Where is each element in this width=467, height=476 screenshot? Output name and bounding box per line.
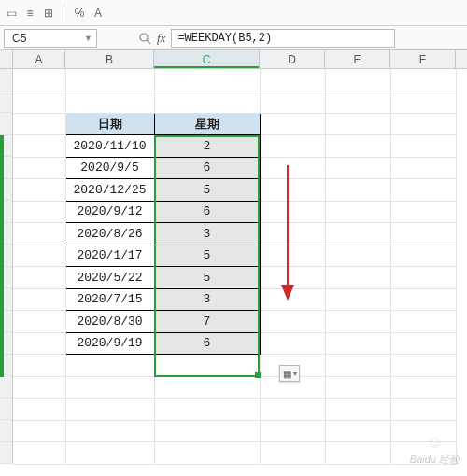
cell[interactable] xyxy=(390,113,456,135)
cell[interactable] xyxy=(154,399,260,421)
cell[interactable] xyxy=(65,420,154,442)
name-box[interactable]: C5 ▼ xyxy=(4,29,97,48)
cell[interactable] xyxy=(260,288,325,311)
cell[interactable] xyxy=(65,69,154,91)
cell[interactable] xyxy=(260,223,325,245)
cell[interactable] xyxy=(390,288,456,311)
cell[interactable] xyxy=(325,267,390,289)
select-all-corner[interactable] xyxy=(0,50,13,68)
table-cell-weekday[interactable]: 6 xyxy=(154,201,260,223)
row-header[interactable] xyxy=(0,420,13,442)
cell[interactable] xyxy=(325,157,390,179)
tb-icon-3[interactable]: ⊞ xyxy=(41,6,56,21)
cell[interactable] xyxy=(154,355,260,377)
cell[interactable] xyxy=(260,420,325,442)
cell[interactable] xyxy=(260,179,325,202)
cell[interactable] xyxy=(13,201,65,223)
cell[interactable] xyxy=(325,355,390,377)
col-header-C[interactable]: C xyxy=(154,50,260,68)
cell[interactable] xyxy=(390,157,456,179)
cell[interactable] xyxy=(13,113,65,135)
cell[interactable] xyxy=(65,442,154,465)
cell[interactable] xyxy=(390,267,456,289)
cell[interactable] xyxy=(154,442,260,465)
table-cell-weekday[interactable]: 2 xyxy=(154,135,260,158)
col-header-F[interactable]: F xyxy=(390,50,456,68)
tb-icon-4[interactable]: % xyxy=(72,6,87,21)
cell[interactable] xyxy=(13,245,65,267)
row-header[interactable] xyxy=(0,113,13,135)
cell[interactable] xyxy=(260,399,325,421)
cell[interactable] xyxy=(325,113,390,135)
cell[interactable] xyxy=(390,223,456,245)
cell[interactable] xyxy=(325,91,390,114)
row-header[interactable] xyxy=(0,442,13,465)
cell[interactable] xyxy=(325,442,390,465)
formula-input[interactable]: =WEEKDAY(B5,2) xyxy=(171,29,395,48)
cell[interactable] xyxy=(390,245,456,267)
cell[interactable] xyxy=(260,91,325,114)
cell[interactable] xyxy=(260,311,325,333)
table-cell-date[interactable]: 2020/9/12 xyxy=(65,201,154,223)
cell[interactable] xyxy=(13,376,65,399)
cell[interactable] xyxy=(325,376,390,399)
cell[interactable] xyxy=(390,442,456,465)
spreadsheet-cells[interactable]: 日期星期2020/11/1022020/9/562020/12/2552020/… xyxy=(13,69,457,465)
table-cell-weekday[interactable]: 5 xyxy=(154,179,260,202)
col-header-E[interactable]: E xyxy=(325,50,390,68)
cell[interactable] xyxy=(13,179,65,202)
cell[interactable] xyxy=(390,201,456,223)
table-cell-date[interactable]: 2020/8/30 xyxy=(65,311,154,333)
cell[interactable] xyxy=(13,332,65,355)
cell[interactable] xyxy=(390,69,456,91)
cell[interactable] xyxy=(13,399,65,421)
cell[interactable] xyxy=(325,135,390,158)
cell[interactable] xyxy=(390,399,456,421)
tb-icon-2[interactable]: ≡ xyxy=(22,6,37,21)
cell[interactable] xyxy=(325,69,390,91)
tb-icon-1[interactable]: ▭ xyxy=(4,6,19,21)
cell[interactable] xyxy=(260,135,325,158)
cell[interactable] xyxy=(65,355,154,377)
table-cell-date[interactable]: 2020/5/22 xyxy=(65,267,154,289)
tb-icon-5[interactable]: A xyxy=(91,6,106,21)
row-header[interactable] xyxy=(0,91,13,114)
search-icon[interactable] xyxy=(138,32,151,45)
fx-icon[interactable]: fx xyxy=(157,31,165,46)
cell[interactable] xyxy=(390,420,456,442)
cell[interactable] xyxy=(325,201,390,223)
cell[interactable] xyxy=(260,113,325,135)
cell[interactable] xyxy=(260,201,325,223)
cell[interactable] xyxy=(154,69,260,91)
table-cell-weekday[interactable]: 5 xyxy=(154,267,260,289)
cell[interactable] xyxy=(325,179,390,202)
table-cell-weekday[interactable]: 3 xyxy=(154,223,260,245)
cell[interactable] xyxy=(325,245,390,267)
cell[interactable] xyxy=(390,376,456,399)
cell[interactable] xyxy=(260,442,325,465)
table-cell-weekday[interactable]: 6 xyxy=(154,332,260,355)
row-header[interactable] xyxy=(0,69,13,91)
table-cell-weekday[interactable]: 3 xyxy=(154,288,260,311)
chevron-down-icon[interactable]: ▼ xyxy=(84,34,92,43)
cell[interactable] xyxy=(260,69,325,91)
table-header-weekday[interactable]: 星期 xyxy=(154,113,260,135)
cell[interactable] xyxy=(154,420,260,442)
cell[interactable] xyxy=(65,376,154,399)
cell[interactable] xyxy=(154,91,260,114)
cell[interactable] xyxy=(65,91,154,114)
col-header-A[interactable]: A xyxy=(13,50,65,68)
table-cell-weekday[interactable]: 7 xyxy=(154,311,260,333)
cell[interactable] xyxy=(260,332,325,355)
cell[interactable] xyxy=(325,311,390,333)
table-cell-date[interactable]: 2020/11/10 xyxy=(65,135,154,158)
cell[interactable] xyxy=(13,355,65,377)
cell[interactable] xyxy=(13,135,65,158)
cell[interactable] xyxy=(390,179,456,202)
cell[interactable] xyxy=(154,376,260,399)
cell[interactable] xyxy=(325,288,390,311)
cell[interactable] xyxy=(13,420,65,442)
cell[interactable] xyxy=(260,267,325,289)
cell[interactable] xyxy=(325,223,390,245)
cell[interactable] xyxy=(13,157,65,179)
